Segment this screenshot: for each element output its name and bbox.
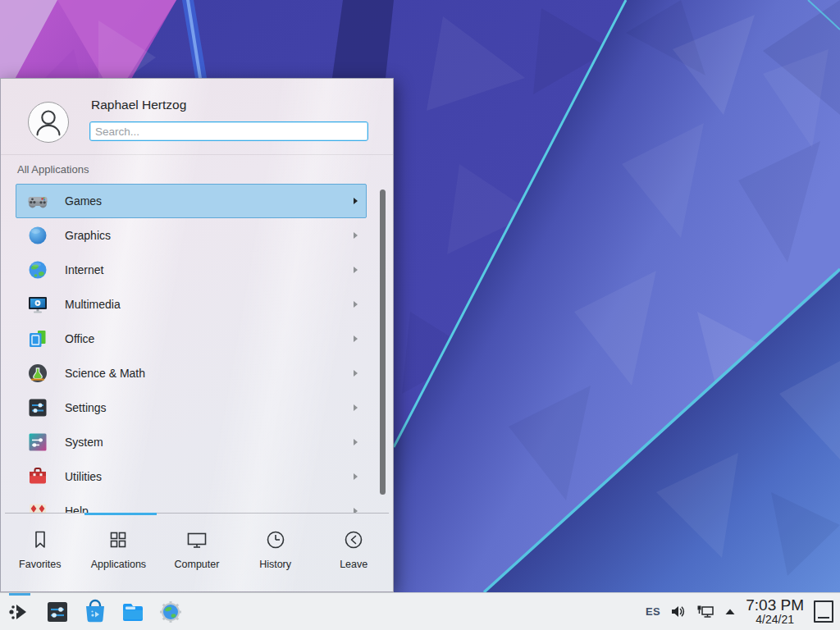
submenu-arrow-icon bbox=[354, 267, 358, 273]
active-task-indicator bbox=[9, 593, 30, 596]
graphics-icon bbox=[27, 225, 48, 246]
launcher-tabbar: FavoritesApplicationsComputerHistoryLeav… bbox=[1, 516, 393, 592]
application-launcher-menu: Raphael Hertzog All Applications GamesGr… bbox=[0, 78, 394, 592]
tab-label: Computer bbox=[175, 559, 220, 570]
leave-icon bbox=[342, 528, 365, 551]
category-utilities[interactable]: Utilities bbox=[16, 459, 367, 494]
tab-computer[interactable]: Computer bbox=[158, 516, 236, 592]
category-graphics[interactable]: Graphics bbox=[16, 218, 367, 253]
category-list: GamesGraphicsInternetMultimediaOfficeSci… bbox=[16, 184, 367, 513]
category-label: Help bbox=[65, 504, 89, 513]
tab-history[interactable]: History bbox=[236, 516, 315, 592]
discover-icon bbox=[82, 599, 108, 625]
settings-icon bbox=[27, 397, 48, 418]
clock-time: 7:03 PM bbox=[746, 597, 804, 614]
tab-favorites[interactable]: Favorites bbox=[1, 516, 80, 592]
applications-icon bbox=[107, 528, 130, 551]
category-system[interactable]: System bbox=[16, 425, 367, 459]
taskbar-panel: ES 7:03 PM 4/24/21 bbox=[0, 592, 840, 630]
category-label: Internet bbox=[65, 263, 103, 276]
search-input[interactable] bbox=[89, 121, 368, 141]
submenu-arrow-icon bbox=[354, 439, 358, 445]
system-tray: ES 7:03 PM 4/24/21 bbox=[646, 593, 840, 630]
user-avatar bbox=[28, 102, 69, 143]
submenu-arrow-icon bbox=[354, 301, 358, 308]
category-label: Multimedia bbox=[65, 298, 121, 311]
tab-label: Applications bbox=[91, 559, 146, 570]
digital-clock[interactable]: 7:03 PM 4/24/21 bbox=[746, 597, 804, 626]
tabbar-separator bbox=[5, 513, 389, 514]
tab-applications[interactable]: Applications bbox=[80, 516, 158, 592]
application-launcher-button[interactable] bbox=[7, 593, 33, 630]
submenu-arrow-icon bbox=[354, 198, 358, 204]
submenu-arrow-icon bbox=[354, 404, 358, 411]
expand-tray-icon[interactable] bbox=[724, 608, 736, 615]
category-office[interactable]: Office bbox=[16, 322, 367, 356]
tab-label: Leave bbox=[340, 559, 368, 570]
category-label: Settings bbox=[65, 401, 107, 414]
discover-button[interactable] bbox=[82, 593, 108, 630]
submenu-arrow-icon bbox=[354, 370, 358, 377]
category-label: System bbox=[65, 436, 103, 449]
user-name: Raphael Hertzog bbox=[91, 98, 186, 112]
web-globe-button[interactable] bbox=[158, 593, 184, 630]
taskbar-app-icons bbox=[7, 593, 184, 630]
tab-label: Favorites bbox=[19, 559, 61, 570]
multimedia-icon bbox=[27, 294, 48, 315]
utilities-icon bbox=[27, 466, 48, 487]
games-icon bbox=[27, 190, 48, 212]
system-icon bbox=[27, 431, 48, 453]
tab-label: History bbox=[259, 559, 291, 570]
category-label: Utilities bbox=[65, 470, 102, 483]
category-multimedia[interactable]: Multimedia bbox=[16, 287, 367, 322]
category-label: Office bbox=[65, 332, 94, 345]
submenu-arrow-icon bbox=[354, 336, 358, 342]
computer-icon bbox=[185, 528, 208, 551]
clock-date: 4/24/21 bbox=[746, 614, 804, 626]
kickoff-icon bbox=[7, 599, 33, 625]
section-label: All Applications bbox=[17, 163, 89, 176]
header-separator bbox=[1, 154, 393, 155]
category-internet[interactable]: Internet bbox=[16, 253, 367, 287]
submenu-arrow-icon bbox=[354, 473, 358, 480]
globe-icon bbox=[158, 599, 184, 625]
category-help[interactable]: Help bbox=[16, 494, 367, 513]
category-science-math[interactable]: Science & Math bbox=[16, 356, 367, 390]
system-settings-button[interactable] bbox=[44, 593, 71, 630]
show-desktop-button[interactable] bbox=[814, 600, 833, 623]
history-icon bbox=[264, 528, 287, 551]
internet-icon bbox=[27, 259, 48, 281]
favorites-icon bbox=[29, 528, 52, 551]
office-icon bbox=[27, 328, 48, 349]
settings-icon bbox=[44, 599, 71, 625]
help-icon bbox=[27, 500, 48, 513]
submenu-arrow-icon bbox=[354, 232, 358, 239]
category-games[interactable]: Games bbox=[16, 184, 367, 218]
category-label: Graphics bbox=[65, 229, 111, 242]
category-settings[interactable]: Settings bbox=[16, 390, 367, 425]
network-icon[interactable] bbox=[696, 605, 714, 619]
list-scrollbar[interactable] bbox=[380, 189, 386, 495]
active-tab-indicator bbox=[84, 513, 157, 515]
file-manager-button[interactable] bbox=[120, 593, 146, 630]
science-icon bbox=[27, 363, 48, 384]
keyboard-layout-indicator[interactable]: ES bbox=[646, 605, 660, 618]
tab-leave[interactable]: Leave bbox=[314, 516, 393, 592]
category-label: Science & Math bbox=[65, 367, 145, 380]
category-label: Games bbox=[65, 194, 102, 208]
show-desktop-line bbox=[818, 617, 829, 619]
dolphin-icon bbox=[120, 599, 146, 625]
volume-icon[interactable] bbox=[670, 605, 687, 619]
